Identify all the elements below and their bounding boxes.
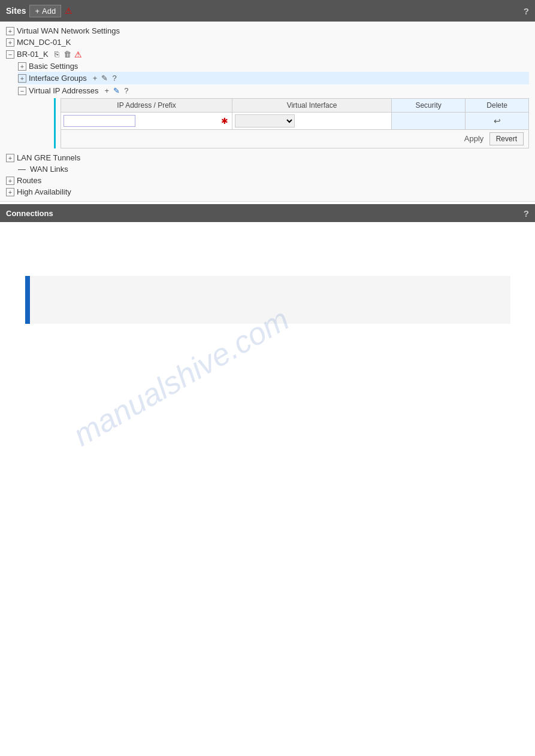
tree-item-interface-groups[interactable]: + Interface Groups + ✎ ? <box>18 72 529 84</box>
col-delete: Delete <box>466 99 529 113</box>
wan-links-label: WAN Links <box>30 165 68 174</box>
collapse-virtual-ip-icon[interactable]: − <box>18 87 26 95</box>
tree-item-routes[interactable]: + Routes <box>6 175 529 186</box>
security-cell <box>391 113 465 130</box>
action-row: Apply Revert <box>61 130 529 148</box>
routes-label: Routes <box>17 176 41 185</box>
apply-button[interactable]: Apply <box>461 133 488 144</box>
blue-bar-section <box>25 276 510 324</box>
edit-virtual-ip-icon[interactable]: ✎ <box>112 86 121 96</box>
delete-row-icon[interactable]: ↩ <box>494 116 501 126</box>
virtual-interface-cell <box>232 113 392 130</box>
copy-br01k-icon[interactable]: ⎘ <box>53 49 61 59</box>
add-virtual-ip-icon[interactable]: + <box>104 86 111 96</box>
col-virtual-interface: Virtual Interface <box>232 99 392 113</box>
tree-item-mcn-dc[interactable]: + MCN_DC-01_K <box>6 37 529 48</box>
tree-item-virtual-ip[interactable]: − Virtual IP Addresses + ✎ ? <box>18 84 529 97</box>
ip-address-input[interactable] <box>64 115 135 127</box>
tree-container: + Virtual WAN Network Settings + MCN_DC-… <box>0 22 535 202</box>
br01k-label: BR-01_K <box>17 50 49 59</box>
tree-item-high-availability[interactable]: + High Availability <box>6 186 529 198</box>
basic-settings-label: Basic Settings <box>29 62 78 71</box>
collapse-br01k-icon[interactable]: − <box>6 50 14 59</box>
header-error-icon: ⚠ <box>65 6 72 16</box>
blue-bar-accent <box>25 276 30 324</box>
vip-table-section: IP Address / Prefix Virtual Interface Se… <box>54 98 529 148</box>
connections-help-icon[interactable]: ? <box>524 208 529 218</box>
virtual-ip-label: Virtual IP Addresses <box>29 86 99 95</box>
expand-virtual-wan-icon[interactable]: + <box>6 27 14 35</box>
connections-header: Connections ? <box>0 204 535 222</box>
watermark: manualshive.com <box>67 301 295 453</box>
add-interface-group-icon[interactable]: + <box>92 73 99 83</box>
expand-mcn-icon[interactable]: + <box>6 38 14 47</box>
connections-title: Connections <box>6 209 53 218</box>
plus-icon: + <box>35 7 40 16</box>
br01k-error-icon: ⚠ <box>74 50 82 59</box>
delete-cell: ↩ <box>466 113 529 130</box>
sites-header: Sites + Add ⚠ ? <box>0 0 535 22</box>
lan-gre-label: LAN GRE Tunnels <box>17 153 80 162</box>
col-security: Security <box>391 99 465 113</box>
header-help-icon[interactable]: ? <box>524 6 529 16</box>
tree-item-br01k[interactable]: − BR-01_K ⎘ 🗑 ⚠ <box>6 48 529 60</box>
help-interface-group-icon[interactable]: ? <box>111 73 117 83</box>
action-cell: Apply Revert <box>61 130 529 148</box>
expand-interface-groups-icon[interactable]: + <box>18 74 26 83</box>
expand-lan-gre-icon[interactable]: + <box>6 154 14 162</box>
col-ip-address: IP Address / Prefix <box>61 99 232 113</box>
required-star-icon: ✱ <box>221 116 228 126</box>
expand-basic-settings-icon[interactable]: + <box>18 62 26 71</box>
virtual-interface-select[interactable] <box>235 114 295 127</box>
virtual-wan-label: Virtual WAN Network Settings <box>17 26 120 35</box>
interface-groups-label: Interface Groups <box>29 74 87 83</box>
expand-high-availability-icon[interactable]: + <box>6 188 14 196</box>
edit-interface-group-icon[interactable]: ✎ <box>100 73 109 83</box>
mcn-label: MCN_DC-01_K <box>17 38 71 47</box>
revert-button[interactable]: Revert <box>489 132 524 145</box>
help-virtual-ip-icon[interactable]: ? <box>123 86 129 96</box>
tree-item-wan-links[interactable]: — WAN Links <box>18 163 529 175</box>
vip-table: IP Address / Prefix Virtual Interface Se… <box>61 98 529 148</box>
tree-item-virtual-wan[interactable]: + Virtual WAN Network Settings <box>6 25 529 37</box>
delete-br01k-icon[interactable]: 🗑 <box>62 49 72 59</box>
tree-item-lan-gre[interactable]: + LAN GRE Tunnels <box>6 152 529 163</box>
expand-routes-icon[interactable]: + <box>6 177 14 185</box>
wan-links-spacer: — <box>18 165 28 174</box>
vip-row: ✱ ↩ <box>61 113 529 130</box>
ip-address-cell: ✱ <box>61 113 232 130</box>
high-availability-label: High Availability <box>17 187 71 196</box>
sites-title: Sites <box>6 6 26 16</box>
blue-bar-content <box>30 276 510 324</box>
tree-item-basic-settings[interactable]: + Basic Settings <box>18 60 529 72</box>
add-button[interactable]: + Add <box>29 5 61 17</box>
